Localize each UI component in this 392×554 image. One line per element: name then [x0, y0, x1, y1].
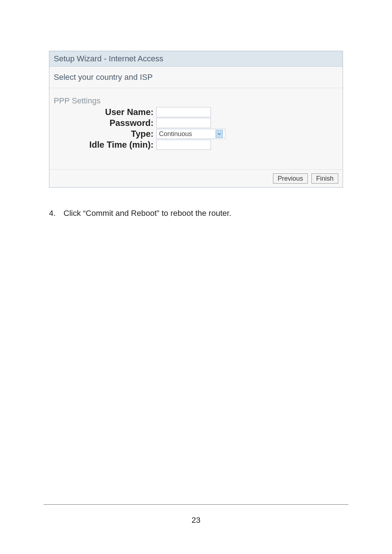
instruction-step: 4. Click “Commit and Reboot” to reboot t… [49, 209, 343, 218]
username-input[interactable] [156, 107, 211, 117]
password-row: Password: [54, 118, 338, 128]
idle-time-input[interactable] [156, 140, 211, 150]
finish-button[interactable]: Finish [311, 173, 338, 184]
wizard-title: Setup Wizard - Internet Access [49, 51, 343, 67]
instruction-number: 4. [49, 209, 64, 218]
type-label: Type: [54, 129, 156, 139]
previous-button[interactable]: Previous [273, 173, 308, 184]
ppp-settings-label: PPP Settings [54, 96, 338, 106]
page-number: 23 [192, 516, 200, 525]
type-row: Type: Continuous [54, 129, 338, 139]
wizard-footer: Previous Finish [49, 169, 343, 187]
username-label: User Name: [54, 107, 156, 117]
wizard-subtitle: Select your country and ISP [49, 67, 343, 88]
type-select-value: Continuous [159, 130, 192, 138]
instruction-text: Click “Commit and Reboot” to reboot the … [64, 209, 231, 218]
username-row: User Name: [54, 107, 338, 117]
password-input[interactable] [156, 118, 211, 128]
chevron-down-icon [216, 130, 223, 138]
idle-time-row: Idle Time (min): [54, 140, 338, 150]
type-select[interactable]: Continuous [156, 129, 225, 139]
password-label: Password: [54, 118, 156, 128]
ppp-settings-section: PPP Settings User Name: Password: Type: … [49, 88, 343, 169]
idle-time-label: Idle Time (min): [54, 140, 156, 150]
setup-wizard-panel: Setup Wizard - Internet Access Select yo… [49, 51, 343, 188]
page-footer: 23 [44, 504, 348, 525]
